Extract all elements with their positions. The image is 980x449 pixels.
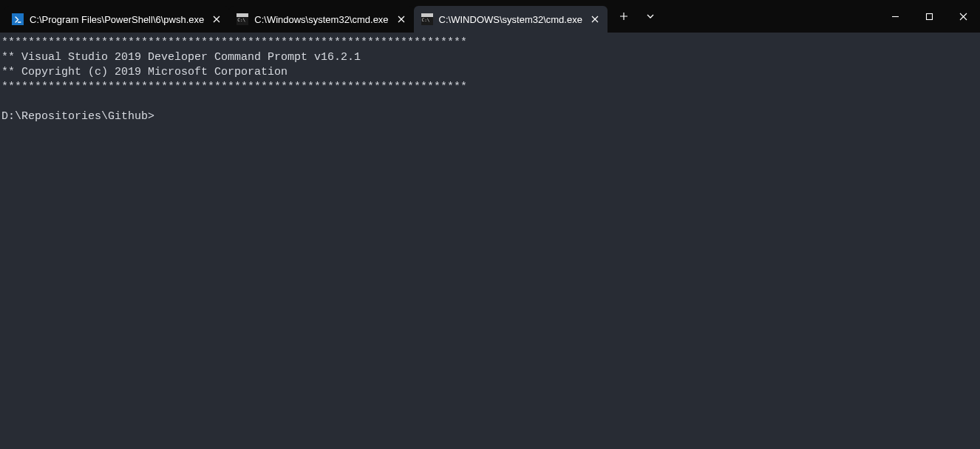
window-controls <box>878 0 980 33</box>
tab-cmd-1[interactable]: C:\Windows\system32\cmd.exe <box>229 6 413 33</box>
cmd-icon <box>237 13 248 25</box>
tab-cmd-2[interactable]: C:\WINDOWS\system32\cmd.exe <box>414 6 608 33</box>
maximize-button[interactable] <box>912 0 946 33</box>
close-icon[interactable] <box>395 13 408 26</box>
minimize-button[interactable] <box>878 0 912 33</box>
tabstrip: C:\Program Files\PowerShell\6\pwsh.exe C… <box>4 0 608 33</box>
terminal-output[interactable]: ****************************************… <box>0 33 980 449</box>
titlebar-drag-area[interactable] <box>667 0 878 33</box>
new-tab-button[interactable] <box>610 3 637 30</box>
svg-rect-0 <box>926 13 932 19</box>
tab-title: C:\WINDOWS\system32\cmd.exe <box>439 14 582 25</box>
close-icon[interactable] <box>210 13 223 26</box>
terminal-line: ** Visual Studio 2019 Developer Command … <box>1 51 361 64</box>
terminal-line: ****************************************… <box>1 36 467 49</box>
tab-title: C:\Windows\system32\cmd.exe <box>254 14 388 25</box>
tab-pwsh[interactable]: C:\Program Files\PowerShell\6\pwsh.exe <box>4 6 229 33</box>
powershell-icon <box>12 13 24 25</box>
terminal-line: ** Copyright (c) 2019 Microsoft Corporat… <box>1 66 287 78</box>
tab-dropdown-button[interactable] <box>637 3 664 30</box>
cmd-icon <box>421 13 433 25</box>
terminal-prompt: D:\Repositories\Github> <box>1 110 154 123</box>
tab-actions <box>608 0 667 33</box>
close-icon[interactable] <box>588 13 602 26</box>
titlebar: C:\Program Files\PowerShell\6\pwsh.exe C… <box>0 0 980 33</box>
close-window-button[interactable] <box>946 0 980 33</box>
tab-title: C:\Program Files\PowerShell\6\pwsh.exe <box>30 14 204 25</box>
terminal-line: ****************************************… <box>1 81 467 93</box>
